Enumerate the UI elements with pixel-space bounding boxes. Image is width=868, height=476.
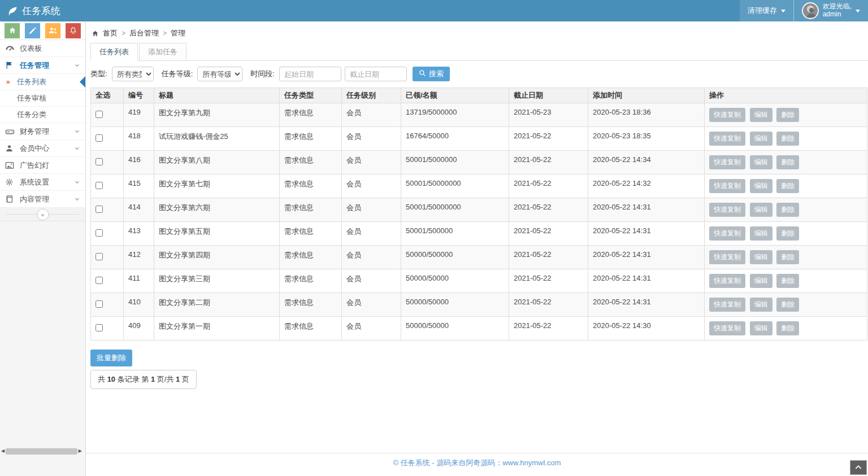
cell-added: 2020-05-22 14:34	[588, 151, 705, 174]
app-brand: 任务系统	[0, 0, 60, 21]
sidebar-item-task-list[interactable]: » 任务列表	[0, 74, 85, 90]
delete-button[interactable]: 删除	[776, 321, 799, 335]
chevron-down-icon	[74, 179, 80, 185]
sidebar-item-system-settings[interactable]: 系统设置	[0, 174, 85, 191]
sidebar-collapse-button[interactable]: «	[37, 208, 49, 220]
quick-copy-button[interactable]: 快速复制	[709, 226, 745, 241]
sidebar-item-task-management[interactable]: 任务管理	[0, 57, 85, 74]
flag-icon	[5, 61, 15, 69]
sidebar-item-ad-slides[interactable]: 广告幻灯	[0, 157, 85, 174]
cell-quota: 50001/50000000	[401, 174, 509, 198]
sidebar-item-member-center[interactable]: 会员中心	[0, 140, 85, 157]
edit-button[interactable]: 编辑	[750, 108, 772, 122]
col-header-title: 标题	[154, 88, 280, 103]
users-icon	[49, 27, 58, 34]
quick-copy-button[interactable]: 快速复制	[709, 132, 745, 146]
active-edge-arrow-icon	[80, 76, 85, 88]
col-header-actions: 操作	[705, 88, 867, 103]
batch-delete-button[interactable]: 批量删除	[90, 350, 132, 366]
edit-button[interactable]: 编辑	[750, 250, 772, 264]
back-to-top-button[interactable]	[850, 460, 867, 475]
cell-added: 2020-05-22 14:31	[588, 293, 705, 317]
sidebar-item-finance[interactable]: 财务管理	[0, 123, 85, 140]
sidebar-subitem-label: 任务列表	[17, 77, 46, 87]
level-filter-label: 任务等级:	[162, 69, 193, 79]
edit-button[interactable]: 编辑	[750, 132, 772, 146]
chevron-down-icon	[74, 145, 80, 151]
sidebar-item-content-management[interactable]: 内容管理	[0, 191, 85, 208]
quick-copy-button[interactable]: 快速复制	[709, 298, 745, 312]
row-checkbox[interactable]	[96, 300, 103, 308]
delete-button[interactable]: 删除	[776, 132, 799, 146]
cell-type: 需求信息	[280, 293, 342, 317]
quick-copy-button[interactable]: 快速复制	[709, 155, 745, 169]
cell-quota: 50001/500000	[401, 222, 509, 246]
row-checkbox[interactable]	[96, 111, 103, 118]
edit-button[interactable]: 编辑	[750, 321, 772, 335]
filterbar: 类型: 所有类型 任务等级: 所有等级 时间段: 搜索	[86, 61, 868, 87]
row-checkbox[interactable]	[96, 229, 103, 237]
app-title: 任务系统	[22, 5, 60, 18]
quick-copy-button[interactable]: 快速复制	[709, 250, 745, 264]
delete-button[interactable]: 删除	[776, 226, 799, 241]
cell-level: 会员	[342, 317, 401, 340]
edit-button[interactable]: 编辑	[750, 298, 772, 312]
cell-title: 图文分享第五期	[154, 222, 280, 246]
cell-added: 2020-05-22 14:30	[588, 317, 705, 340]
search-button[interactable]: 搜索	[413, 67, 450, 81]
quick-copy-button[interactable]: 快速复制	[709, 203, 745, 217]
breadcrumb-section-link[interactable]: 后台管理	[129, 28, 159, 38]
type-filter-select[interactable]: 所有类型	[112, 67, 154, 81]
sidebar-item-dashboard[interactable]: 仪表板	[0, 40, 85, 57]
tab-task-list[interactable]: 任务列表	[90, 43, 138, 61]
row-checkbox[interactable]	[96, 182, 103, 189]
delete-button[interactable]: 删除	[776, 298, 799, 312]
edit-quick-button[interactable]	[25, 23, 40, 38]
clear-cache-button[interactable]: 清理缓存	[740, 0, 793, 21]
row-checkbox[interactable]	[96, 324, 103, 331]
quick-copy-button[interactable]: 快速复制	[709, 321, 745, 335]
chevron-up-icon	[854, 464, 862, 472]
delete-button[interactable]: 删除	[776, 108, 799, 122]
cell-title: 图文分享第三期	[154, 269, 280, 293]
notifications-quick-button[interactable]	[66, 23, 81, 38]
cell-added: 2020-05-22 14:31	[588, 269, 705, 293]
scrollbar-thumb[interactable]	[6, 448, 77, 455]
users-quick-button[interactable]	[45, 23, 60, 38]
cell-deadline: 2021-05-22	[509, 222, 588, 246]
breadcrumb-home-link[interactable]: 首页	[103, 28, 118, 38]
edit-button[interactable]: 编辑	[750, 179, 772, 193]
level-filter-select[interactable]: 所有等级	[197, 67, 242, 81]
edit-button[interactable]: 编辑	[750, 274, 772, 288]
edit-button[interactable]: 编辑	[750, 226, 772, 241]
row-checkbox[interactable]	[96, 206, 103, 213]
row-checkbox[interactable]	[96, 134, 103, 142]
cell-deadline: 2021-05-22	[509, 246, 588, 269]
sidebar-item-task-review[interactable]: 任务审核	[0, 90, 85, 107]
delete-button[interactable]: 删除	[776, 274, 799, 288]
cell-title: 图文分享第六期	[154, 198, 280, 222]
scroll-right-arrow-icon[interactable]: ▶	[79, 449, 82, 453]
quick-copy-button[interactable]: 快速复制	[709, 179, 745, 193]
edit-button[interactable]: 编辑	[750, 155, 772, 169]
delete-button[interactable]: 删除	[776, 250, 799, 264]
caret-down-icon	[781, 10, 785, 12]
tab-add-task[interactable]: 添加任务	[139, 43, 186, 61]
footer-text[interactable]: © 任务系统 - 源码来自阿奇源码：www.hnymwl.com	[393, 458, 561, 467]
scroll-left-arrow-icon[interactable]: ◀	[1, 449, 5, 453]
user-menu-button[interactable]: 欢迎光临, admin	[794, 0, 868, 21]
delete-button[interactable]: 删除	[776, 203, 799, 217]
delete-button[interactable]: 删除	[776, 179, 799, 193]
cell-type: 需求信息	[280, 198, 342, 222]
delete-button[interactable]: 删除	[776, 155, 799, 169]
start-date-input[interactable]	[279, 67, 341, 81]
quick-copy-button[interactable]: 快速复制	[709, 108, 745, 122]
sidebar-item-task-category[interactable]: 任务分类	[0, 107, 85, 123]
quick-copy-button[interactable]: 快速复制	[709, 274, 745, 288]
row-checkbox[interactable]	[96, 158, 103, 165]
row-checkbox[interactable]	[96, 277, 103, 284]
row-checkbox[interactable]	[96, 253, 103, 260]
edit-button[interactable]: 编辑	[750, 203, 772, 217]
end-date-input[interactable]	[345, 67, 407, 81]
home-quick-button[interactable]	[5, 23, 20, 38]
